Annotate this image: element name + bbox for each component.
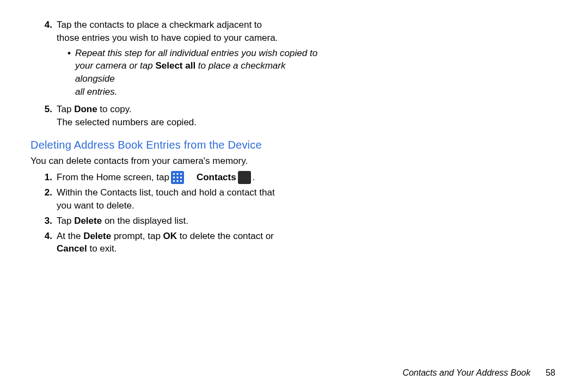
d1-text: From the Home screen, tap [57, 171, 169, 184]
step-body: Tap Delete on the displayed list. [57, 215, 324, 228]
step-body: Within the Contacts list, touch and hold… [57, 186, 324, 212]
step-number: 2. [30, 186, 57, 212]
step-number: 5. [30, 103, 57, 129]
step-body: Tap the contacts to place a checkmark ad… [57, 19, 324, 101]
step-number: 4. [30, 19, 57, 101]
bullet-bold: Select all [155, 60, 195, 71]
svg-rect-5 [176, 177, 178, 179]
d2-line1: Within the Contacts list, touch and hold… [57, 187, 275, 198]
d4-bold2: OK [163, 231, 177, 241]
bullet-line3: all entries. [75, 87, 117, 97]
contacts-app-icon [238, 171, 251, 184]
step5-a2: to copy. [97, 104, 132, 114]
svg-rect-4 [173, 177, 175, 179]
apps-grid-icon [171, 171, 184, 184]
svg-rect-10 [238, 171, 251, 184]
step-text-line2: those entries you wish to have copied to… [57, 33, 278, 43]
sub-bullet: • Repeat this step for all individual en… [57, 47, 324, 99]
step-number: 1. [30, 171, 57, 184]
d4-c: to delete the contact or [177, 231, 274, 241]
d4-line2-rest: to exit. [87, 243, 117, 254]
step5-line2: The selected numbers are copied. [57, 117, 197, 127]
footer-section-title: Contacts and Your Address Book [402, 367, 530, 379]
bullet-dot: • [68, 47, 75, 99]
d1-period: . [253, 171, 255, 184]
bullet-line2a: your camera or tap [75, 60, 155, 71]
page-footer: Contacts and Your Address Book 58 [402, 367, 555, 379]
d4-a: At the [57, 231, 83, 241]
step-number: 3. [30, 215, 57, 228]
delete-step-4: 4. At the Delete prompt, tap OK to delet… [30, 230, 324, 256]
content-column: 4. Tap the contacts to place a checkmark… [30, 19, 324, 255]
section-intro: You can delete contacts from your camera… [30, 155, 324, 168]
d4-b: prompt, tap [111, 231, 163, 241]
d3-b: on the displayed list. [102, 216, 188, 226]
step5-a1: Tap [57, 104, 74, 114]
page: 4. Tap the contacts to place a checkmark… [0, 0, 588, 392]
section-heading: Deleting Address Book Entries from the D… [30, 137, 324, 152]
step-4: 4. Tap the contacts to place a checkmark… [30, 19, 324, 101]
d4-line2-bold: Cancel [57, 243, 87, 254]
bullet-line1: Repeat this step for all individual entr… [75, 48, 317, 58]
page-number: 58 [546, 367, 555, 379]
d4-bold1: Delete [83, 231, 111, 241]
d2-line2: you want to delete. [57, 200, 134, 211]
step5-bold: Done [74, 104, 97, 114]
delete-step-2: 2. Within the Contacts list, touch and h… [30, 186, 324, 212]
d3-a: Tap [57, 216, 74, 226]
step-body: Tap Done to copy. The selected numbers a… [57, 103, 324, 129]
bullet-text: Repeat this step for all individual entr… [75, 47, 324, 99]
step-body: From the Home screen, tap Contacts [57, 171, 324, 184]
svg-rect-3 [180, 173, 182, 175]
svg-rect-8 [176, 180, 178, 182]
contacts-label: Contacts [197, 171, 236, 184]
step-number: 4. [30, 230, 57, 256]
step-body: At the Delete prompt, tap OK to delete t… [57, 230, 324, 256]
delete-step-3: 3. Tap Delete on the displayed list. [30, 215, 324, 228]
svg-rect-2 [176, 173, 178, 175]
d3-bold: Delete [74, 216, 102, 226]
step-text-line1: Tap the contacts to place a checkmark ad… [57, 20, 262, 30]
svg-rect-7 [173, 180, 175, 182]
step-5: 5. Tap Done to copy. The selected number… [30, 103, 324, 129]
delete-step-1: 1. From the Home screen, tap Contacts [30, 171, 324, 184]
svg-rect-6 [180, 177, 182, 179]
svg-rect-1 [173, 173, 175, 175]
svg-rect-9 [180, 180, 182, 182]
